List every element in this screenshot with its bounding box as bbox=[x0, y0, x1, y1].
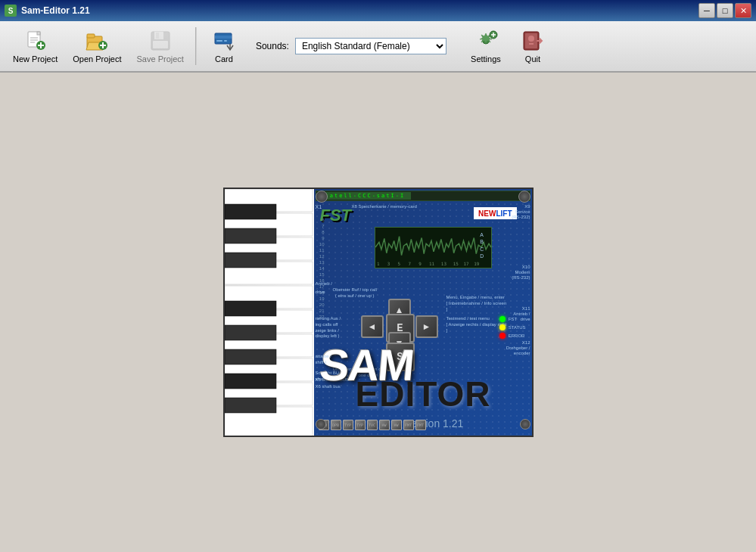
row-number: 20 bbox=[314, 302, 326, 307]
minimize-button[interactable]: ─ bbox=[698, 3, 715, 18]
sounds-label: Sounds: bbox=[256, 41, 289, 51]
connector-fmt2: FMT bbox=[415, 420, 426, 430]
led-status bbox=[499, 324, 506, 330]
svg-rect-41 bbox=[225, 204, 276, 219]
nav-right-button[interactable]: ► bbox=[415, 315, 438, 338]
main-content: satell-CCC-satI-I FST NEWLIFT X1 X8 Spei… bbox=[0, 73, 756, 552]
svg-rect-9 bbox=[87, 34, 95, 38]
nav-left-icon: ◄ bbox=[368, 321, 377, 332]
app-icon: S bbox=[5, 5, 17, 17]
row-number: 21 bbox=[314, 309, 326, 313]
toolbar-separator-1 bbox=[195, 27, 197, 65]
quit-label: Quit bbox=[525, 54, 540, 64]
svg-rect-46 bbox=[225, 349, 276, 364]
led-status-row: STATUS bbox=[499, 324, 526, 330]
card-label: Card bbox=[215, 54, 233, 64]
toolbar: New Project Open Project Save Proj bbox=[0, 21, 756, 73]
settings-button[interactable]: Settings bbox=[463, 25, 509, 67]
svg-rect-42 bbox=[225, 228, 276, 243]
led-error bbox=[499, 333, 506, 339]
svg-rect-44 bbox=[225, 301, 276, 316]
restore-button[interactable]: □ bbox=[717, 3, 733, 18]
connector-tvc: TVC bbox=[367, 420, 378, 430]
splash-background: satell-CCC-satI-I FST NEWLIFT X1 X8 Spei… bbox=[225, 189, 532, 436]
led-error-row: ERROR bbox=[499, 333, 526, 339]
svg-rect-47 bbox=[225, 374, 276, 389]
settings-label: Settings bbox=[471, 54, 501, 64]
quit-button[interactable]: Quit bbox=[510, 25, 555, 67]
circular-chip-right bbox=[518, 191, 530, 203]
left-side-label: rierung Aus /ing calls offzeige links /d… bbox=[316, 316, 357, 340]
title-bar: S Sam-Editor 1.21 ─ □ ✕ bbox=[0, 0, 756, 21]
left-labels: Antrieb / drive bbox=[316, 280, 332, 296]
sounds-row: Sounds: English Standard (Female)English… bbox=[256, 38, 446, 54]
svg-rect-21 bbox=[224, 40, 227, 42]
svg-text:13: 13 bbox=[440, 262, 446, 266]
menu-enter-label: Menü, Eingabe / menu, enter[ Inbetriebna… bbox=[446, 295, 507, 312]
svg-text:11: 11 bbox=[429, 262, 435, 266]
new-project-label: New Project bbox=[13, 54, 58, 64]
title-bar-controls: ─ □ ✕ bbox=[698, 3, 751, 18]
window-title: Sam-Editor 1.21 bbox=[21, 5, 90, 16]
waveform-display: A B C D 1 3 5 7 9 11 13 15 17 1 bbox=[375, 227, 492, 268]
connector-typ2: TYP bbox=[355, 420, 366, 430]
svg-text:D: D bbox=[480, 254, 484, 259]
shift-label: attaste /shift ) bbox=[316, 354, 331, 366]
row-number: 6 bbox=[314, 218, 326, 222]
x12-label: X12Drehgeber /encoder bbox=[506, 340, 530, 357]
connector-strip: DPB DPB TYP TYP TVC HW HW FMT FMT bbox=[314, 417, 532, 433]
row-number: 11 bbox=[314, 248, 326, 253]
top-call-label: Oberster Ruf / top call( eins auf / one … bbox=[333, 287, 377, 299]
svg-text:7: 7 bbox=[408, 262, 411, 266]
led-status-label: STATUS bbox=[509, 325, 526, 330]
connector-dpb2: DPB bbox=[331, 420, 341, 430]
svg-point-29 bbox=[528, 36, 534, 42]
x9-label: X9Service(RS-232) bbox=[512, 204, 530, 221]
circular-chip-left bbox=[316, 191, 328, 203]
nav-left-button[interactable]: ◄ bbox=[361, 315, 384, 338]
row-number: 15 bbox=[314, 272, 326, 277]
led-error-label: ERROR bbox=[509, 333, 525, 338]
save-project-label: Save Project bbox=[137, 54, 184, 64]
svg-text:5: 5 bbox=[397, 262, 400, 266]
open-project-label: Open Project bbox=[73, 54, 121, 64]
title-bar-left: S Sam-Editor 1.21 bbox=[5, 5, 90, 17]
chip-display: satell-CCC-satI-I bbox=[319, 192, 412, 200]
board-area: satell-CCC-satI-I FST NEWLIFT X1 X8 Spei… bbox=[314, 189, 532, 436]
svg-text:3: 3 bbox=[387, 262, 390, 266]
piano-keys bbox=[225, 189, 314, 436]
row-number: 19 bbox=[314, 296, 326, 301]
svg-rect-43 bbox=[225, 253, 276, 268]
svg-text:17: 17 bbox=[463, 262, 469, 266]
svg-text:15: 15 bbox=[453, 262, 459, 266]
connector-hw1: HW bbox=[379, 420, 390, 430]
new-project-icon bbox=[23, 29, 48, 53]
new-project-button[interactable]: New Project bbox=[6, 25, 64, 67]
row-number: 7 bbox=[314, 224, 326, 228]
svg-rect-16 bbox=[156, 33, 159, 39]
save-project-icon bbox=[148, 29, 173, 53]
close-button[interactable]: ✕ bbox=[735, 3, 751, 18]
x1-label: X1 bbox=[316, 204, 322, 209]
svg-rect-20 bbox=[216, 40, 222, 42]
save-project-button[interactable]: Save Project bbox=[130, 25, 191, 67]
open-project-icon bbox=[85, 29, 109, 53]
row-number: 8 bbox=[314, 230, 326, 234]
svg-rect-19 bbox=[215, 36, 232, 39]
led-fst bbox=[499, 316, 506, 322]
row-number: 9 bbox=[314, 236, 326, 240]
svg-text:9: 9 bbox=[418, 262, 422, 266]
led-fst-row: FST bbox=[499, 316, 526, 322]
svg-text:C: C bbox=[480, 247, 484, 252]
connector-hw2: HW bbox=[391, 420, 402, 430]
sounds-select[interactable]: English Standard (Female)English Standar… bbox=[295, 38, 446, 54]
test-menu-label: Testmend / test menu[ Anzeige rechts / d… bbox=[446, 316, 507, 333]
nav-right-icon: ► bbox=[422, 321, 431, 332]
svg-rect-17 bbox=[153, 41, 168, 48]
circular-btn-bottom-left bbox=[316, 419, 326, 430]
svg-rect-1 bbox=[37, 32, 40, 35]
card-button[interactable]: Card bbox=[201, 25, 247, 67]
svg-text:B: B bbox=[480, 239, 484, 244]
led-indicators: FST STATUS ERROR bbox=[499, 316, 526, 339]
open-project-button[interactable]: Open Project bbox=[66, 25, 128, 67]
